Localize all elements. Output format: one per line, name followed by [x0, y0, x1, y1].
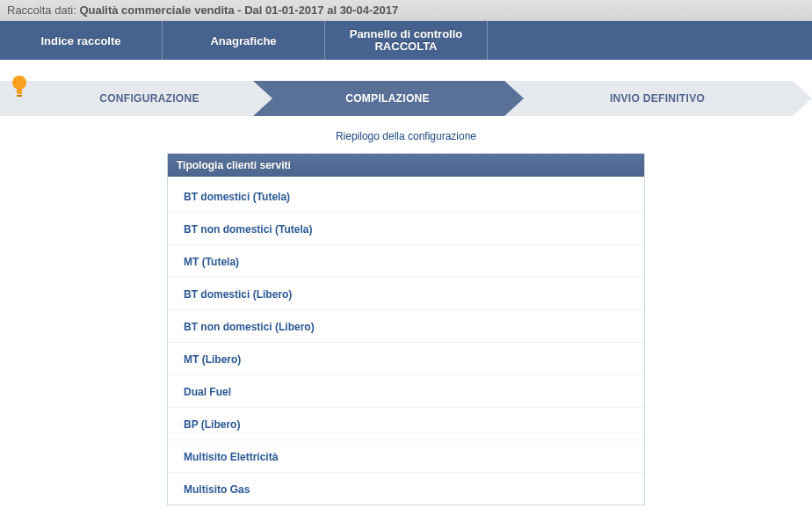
lightbulb-icon	[9, 74, 30, 103]
nav-label: Indice raccolte	[40, 34, 120, 47]
step-progress: INVIO DEFINITIVO COMPILAZIONE CONFIGURAZ…	[0, 81, 812, 116]
panel-header: Tipologia clienti serviti	[168, 154, 644, 177]
nav-anagrafiche[interactable]: Anagrafiche	[163, 21, 325, 60]
svg-rect-1	[17, 89, 22, 94]
step-compilazione[interactable]: COMPILAZIONE	[251, 81, 524, 116]
tipologia-panel: Tipologia clienti serviti BT domestici (…	[167, 153, 645, 505]
tipologia-item[interactable]: MT (Libero)	[168, 342, 644, 374]
top-navigation: Indice raccolte Anagrafiche Pannello di …	[0, 21, 812, 60]
header-title: Qualità commerciale vendita - Dal 01-01-…	[79, 4, 398, 17]
tipologia-item[interactable]: MT (Tutela)	[168, 244, 644, 277]
tipologia-item[interactable]: Dual Fuel	[168, 374, 644, 407]
page-header: Raccolta dati: Qualità commerciale vendi…	[0, 0, 812, 21]
nav-indice-raccolte[interactable]: Indice raccolte	[0, 21, 163, 60]
tipologia-item[interactable]: BP (Libero)	[168, 407, 644, 439]
nav-label: Anagrafiche	[210, 34, 276, 47]
nav-line2: RACCOLTA	[374, 40, 437, 53]
panel-header-text: Tipologia clienti serviti	[177, 159, 291, 171]
svg-rect-2	[17, 95, 22, 97]
tipologia-item[interactable]: Multisito Gas	[168, 472, 644, 504]
step-label: COMPILAZIONE	[345, 92, 430, 105]
tipologia-item[interactable]: BT domestici (Tutela)	[168, 177, 644, 212]
summary-link-text: Riepilogo della configurazione	[336, 130, 476, 142]
tipologia-item[interactable]: BT non domestici (Tutela)	[168, 212, 644, 244]
summary-config-link[interactable]: Riepilogo della configurazione	[0, 116, 812, 153]
step-invio-definitivo[interactable]: INVIO DEFINITIVO	[503, 81, 812, 116]
tipologia-item[interactable]: BT domestici (Libero)	[168, 277, 644, 309]
panel-body: BT domestici (Tutela)BT non domestici (T…	[168, 177, 644, 504]
nav-pannello-controllo[interactable]: Pannello di controllo RACCOLTA	[325, 21, 488, 60]
tipologia-item[interactable]: Multisito Elettricità	[168, 439, 644, 472]
step-label: INVIO DEFINITIVO	[610, 92, 705, 105]
tipologia-item[interactable]: BT non domestici (Libero)	[168, 309, 644, 342]
header-prefix: Raccolta dati:	[7, 4, 79, 17]
svg-point-0	[12, 76, 26, 90]
step-label: CONFIGURAZIONE	[73, 92, 199, 105]
step-configurazione[interactable]: CONFIGURAZIONE	[0, 81, 272, 116]
nav-line1: Pannello di controllo	[350, 27, 463, 40]
nav-label-twoline: Pannello di controllo RACCOLTA	[350, 28, 463, 53]
